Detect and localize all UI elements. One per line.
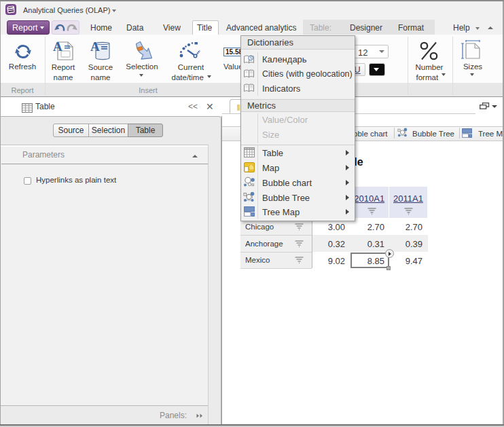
svg-text:A: A bbox=[53, 39, 62, 54]
svg-text:A: A bbox=[90, 39, 100, 54]
